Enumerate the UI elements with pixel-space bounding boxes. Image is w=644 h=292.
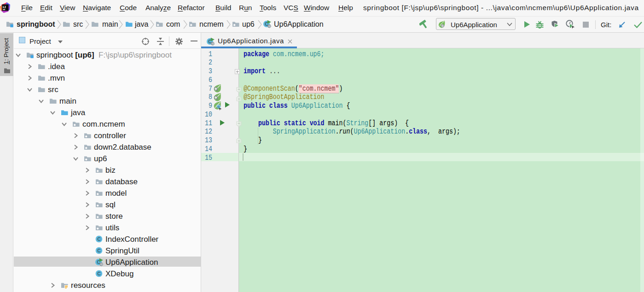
svg-text:C: C — [97, 248, 101, 253]
svg-text:IJ: IJ — [3, 5, 6, 9]
svg-text:C: C — [97, 236, 101, 242]
svg-text:C: C — [97, 271, 101, 276]
